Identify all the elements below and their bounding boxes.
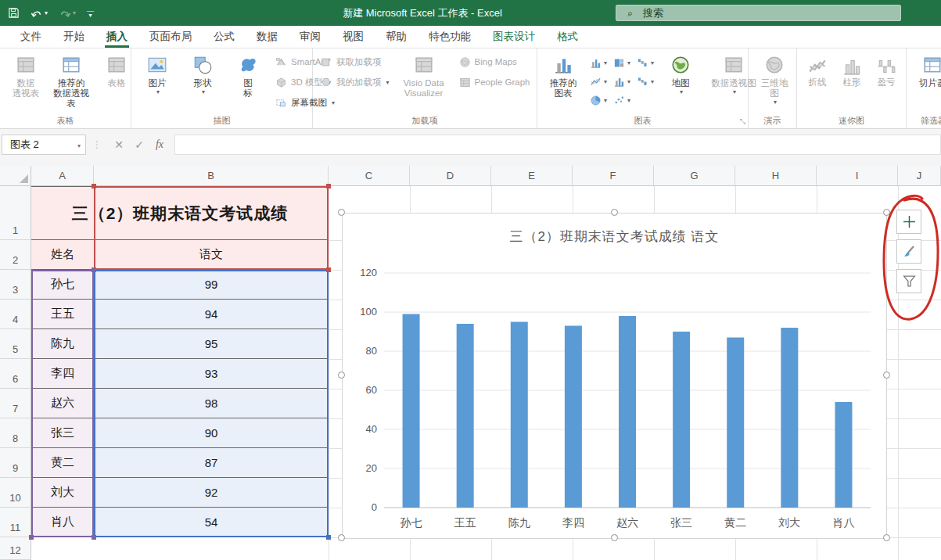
dropdown-icon[interactable]: ▾ [680, 88, 683, 95]
ribbon-button-insert-histogram-chart[interactable]: ▾ [610, 72, 634, 91]
cell-table-title[interactable]: 三（2）班期末语文考试成绩 [31, 186, 329, 240]
column-header-G[interactable]: G [654, 166, 735, 186]
ribbon-button-形状[interactable]: 形状▾ [181, 52, 224, 98]
embedded-chart[interactable]: 三（2）班期末语文考试成绩 语文 020406080100120孙七王五陈九李四… [342, 213, 887, 539]
dialog-launcher-icon[interactable]: ⤡ [740, 117, 745, 126]
tab-9-特色功能[interactable]: 特色功能 [418, 26, 482, 48]
column-header-B[interactable]: B [94, 166, 329, 186]
cell-score-header[interactable]: 语文 [94, 240, 329, 270]
column-header-I[interactable]: I [817, 166, 898, 186]
ribbon-button-切片器[interactable]: 切片器 [910, 52, 941, 91]
tab-3-页面布局[interactable]: 页面布局 [138, 26, 203, 48]
cell-score-陈九[interactable]: 95 [94, 329, 329, 359]
tab-6-审阅[interactable]: 审阅 [289, 26, 332, 48]
bar-李四[interactable] [565, 326, 582, 508]
cell-score-王五[interactable]: 94 [94, 300, 329, 329]
cell-name-孙七[interactable]: 孙七 [31, 270, 94, 300]
ribbon-button-推荐的图表[interactable]: 推荐的 图表 [541, 52, 585, 101]
tab-2-插入[interactable]: 插入 [95, 26, 138, 48]
cell-name-赵六[interactable]: 赵六 [31, 389, 94, 418]
chart-selection-handle[interactable] [338, 209, 345, 216]
cell-score-张三[interactable]: 90 [94, 418, 329, 448]
cell-score-孙七[interactable]: 99 [94, 270, 329, 300]
cell-name-王五[interactable]: 王五 [31, 300, 94, 329]
row-header-1[interactable]: 1 [0, 186, 31, 240]
ribbon-button-insert-scatter-chart[interactable]: ▾ [610, 91, 634, 109]
row-header-7[interactable]: 7 [0, 389, 31, 418]
cell-name-刘大[interactable]: 刘大 [31, 478, 94, 508]
chart-selection-handle[interactable] [883, 534, 890, 541]
chart-selection-handle[interactable] [338, 534, 345, 541]
bar-孙七[interactable] [403, 314, 420, 508]
search-input[interactable]: ⌕ 搜索 [616, 5, 901, 21]
chart-title[interactable]: 三（2）班期末语文考试成绩 语文 [343, 228, 886, 246]
column-header-F[interactable]: F [573, 166, 654, 186]
ribbon-button-insert-column-chart[interactable]: ▾ [587, 53, 610, 72]
cell-score-肖八[interactable]: 54 [94, 508, 329, 537]
bar-肖八[interactable] [835, 402, 852, 508]
chart-elements-button[interactable] [896, 210, 921, 234]
chart-selection-handle[interactable] [338, 372, 345, 379]
tab-8-帮助[interactable]: 帮助 [375, 26, 418, 48]
cell-name-肖八[interactable]: 肖八 [31, 508, 94, 537]
cancel-entry-button[interactable]: ✕ [109, 138, 129, 151]
tab-1-开始[interactable]: 开始 [52, 26, 95, 48]
cell-score-赵六[interactable]: 98 [94, 389, 329, 418]
bar-黄二[interactable] [727, 338, 744, 508]
column-header-J[interactable]: J [898, 166, 941, 186]
undo-button[interactable]: ▾ [31, 8, 48, 19]
row-header-6[interactable]: 6 [0, 359, 31, 389]
ribbon-button-insert-treemap-chart[interactable]: ▾ [610, 53, 634, 72]
tab-4-公式[interactable]: 公式 [203, 26, 246, 48]
row-header-11[interactable]: 11 [0, 508, 31, 537]
ribbon-button-图片[interactable]: 图片▾ [135, 52, 179, 98]
column-header-H[interactable]: H [735, 166, 817, 186]
ribbon-button-地图[interactable]: 地图▾ [659, 52, 702, 98]
tab-0-文件[interactable]: 文件 [9, 26, 52, 48]
customize-quick-access-button[interactable]: —▾ [87, 9, 94, 18]
ribbon-button-insert-funnel-chart[interactable]: ▾ [634, 72, 657, 91]
column-header-E[interactable]: E [491, 166, 573, 186]
select-all-corner[interactable] [0, 166, 31, 186]
ribbon-button-insert-line-chart[interactable]: ▾ [587, 72, 610, 91]
column-header-D[interactable]: D [410, 166, 491, 186]
chart-selection-handle[interactable] [611, 209, 618, 216]
tab-10-图表设计[interactable]: 图表设计 [482, 26, 546, 48]
name-box-dropdown-icon[interactable]: ▾ [77, 142, 81, 149]
undo-dropdown-icon[interactable]: ▾ [45, 9, 48, 16]
row-header-12[interactable]: 12 [0, 537, 31, 560]
cell-name-陈九[interactable]: 陈九 [31, 329, 94, 359]
bar-刘大[interactable] [781, 328, 798, 508]
chart-selection-handle[interactable] [883, 209, 890, 216]
column-header-A[interactable]: A [31, 166, 94, 186]
save-button[interactable] [8, 7, 20, 19]
formula-input[interactable] [174, 135, 941, 155]
insert-function-button[interactable]: fx [149, 138, 170, 151]
bar-张三[interactable] [673, 332, 690, 508]
row-header-8[interactable]: 8 [0, 418, 31, 448]
row-header-9[interactable]: 9 [0, 448, 31, 478]
cell-score-刘大[interactable]: 92 [94, 478, 329, 508]
ribbon-button-图标[interactable]: 图 标 [226, 52, 270, 101]
chart-selection-handle[interactable] [611, 534, 618, 541]
chart-styles-button[interactable] [896, 239, 921, 264]
dropdown-icon[interactable]: ▾ [202, 88, 205, 95]
column-header-C[interactable]: C [329, 166, 410, 186]
cell-score-李四[interactable]: 93 [94, 359, 329, 389]
row-header-3[interactable]: 3 [0, 270, 31, 300]
ribbon-button-推荐的数据透视表[interactable]: 推荐的 数据透视表 [49, 52, 93, 111]
cell-name-header[interactable]: 姓名 [31, 240, 94, 270]
cell-name-李四[interactable]: 李四 [31, 359, 94, 389]
confirm-entry-button[interactable]: ✓ [129, 138, 149, 151]
row-header-5[interactable]: 5 [0, 329, 31, 359]
cell-name-黄二[interactable]: 黄二 [31, 448, 94, 478]
chart-filters-button[interactable] [896, 269, 921, 293]
tab-7-视图[interactable]: 视图 [332, 26, 375, 48]
cell-score-黄二[interactable]: 87 [94, 448, 329, 478]
row-header-4[interactable]: 4 [0, 300, 31, 329]
ribbon-button-insert-pie-chart[interactable]: ▾ [587, 91, 610, 109]
ribbon-button-insert-waterfall-chart[interactable]: ▾ [634, 53, 657, 72]
bar-王五[interactable] [457, 324, 474, 508]
chart-selection-handle[interactable] [883, 372, 890, 379]
row-header-2[interactable]: 2 [0, 240, 31, 270]
